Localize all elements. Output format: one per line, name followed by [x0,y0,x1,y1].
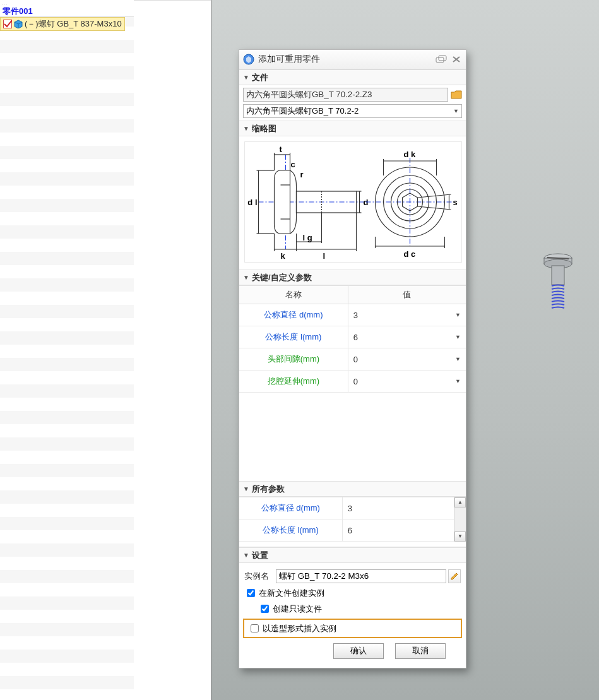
tree-part-icon [14,20,23,28]
highlighted-option: 以造型形式插入实例 [243,619,462,638]
chevron-down-icon[interactable]: ▼ [455,356,461,362]
edit-icon[interactable] [448,569,461,583]
table-row[interactable]: 公称直径 d(mm) 3▼ [239,304,466,326]
section-label: 缩略图 [252,123,276,134]
svg-line-60 [418,206,451,210]
tree-red-checkbox-icon[interactable] [3,20,12,28]
reset-icon[interactable] [436,55,447,64]
ok-button[interactable]: 确认 [333,643,384,659]
file-path-input[interactable] [243,88,448,102]
svg-text:l: l [323,251,326,261]
param-name: 公称长度 l(mm) [265,332,321,341]
svg-rect-12 [439,56,446,61]
thumbnail-area: t c r d l k l g l d d k [239,136,466,270]
svg-text:d k: d k [404,150,417,159]
instance-name-label: 实例名 [244,571,276,582]
param-value: 0 [353,377,358,386]
svg-rect-8 [552,266,564,285]
checkbox-create-in-new-file[interactable] [247,589,255,597]
scrollbar[interactable]: ▲ ▼ [454,497,466,542]
tree-item-label: (－)螺钉 GB_T 837-M3x10 [25,18,122,30]
checkbox-label: 以造型形式插入实例 [263,623,336,634]
instance-name-input[interactable] [276,569,446,583]
param-name: 头部间隙(mm) [268,354,319,364]
svg-text:c: c [291,160,295,169]
chevron-down-icon: ▼ [243,274,249,281]
dialog-title-text: 添加可重用零件 [258,54,432,65]
table-row[interactable]: 公称直径 d(mm) 3 [239,497,454,519]
chevron-down-icon: ▼ [243,74,249,81]
section-label: 所有参数 [252,483,285,495]
folder-icon[interactable] [451,90,462,100]
section-label: 文件 [252,72,268,83]
svg-text:r: r [300,170,304,179]
table-row[interactable]: 头部间隙(mm) 0▼ [239,348,466,371]
bolt-preview [542,249,574,316]
param-value: 3 [353,311,358,320]
section-header-key-params[interactable]: ▼ 关键/自定义参数 [239,270,466,285]
cancel-button[interactable]: 取消 [395,643,446,659]
svg-text:d c: d c [404,249,416,259]
tree-root-item[interactable]: 零件001 [0,5,134,17]
col-name[interactable]: 名称 [239,286,348,304]
col-value[interactable]: 值 [348,286,466,304]
chevron-down-icon[interactable]: ▼ [455,312,461,318]
all-params-table: 公称直径 d(mm) 3 公称长度 l(mm) 6 [239,497,454,542]
svg-text:s: s [453,198,458,207]
reusable-part-dialog: 添加可重用零件 ▼ 文件 内六角平圆头螺钉GB_T 70.2-2 ▼ [239,49,466,668]
param-value: 3 [348,504,352,513]
svg-text:t: t [280,145,283,154]
table-row[interactable]: 公称长度 l(mm) 6▼ [239,326,466,348]
param-name: 公称直径 d(mm) [261,503,320,513]
table-empty-area [239,542,466,547]
param-value: 0 [353,355,358,364]
dialog-titlebar[interactable]: 添加可重用零件 [239,50,466,69]
chevron-down-icon: ▼ [453,108,459,114]
chevron-down-icon: ▼ [243,485,249,492]
param-name: 公称长度 l(mm) [263,525,319,535]
param-value: 6 [348,526,352,535]
section-label: 设置 [252,550,268,561]
table-empty-area [239,393,466,481]
section-header-settings[interactable]: ▼ 设置 [239,547,466,563]
viewport-separator [211,0,211,700]
param-value: 6 [353,333,358,342]
checkbox-label: 创建只读文件 [273,603,322,615]
section-label: 关键/自定义参数 [252,272,312,283]
svg-text:l g: l g [303,233,312,242]
chevron-down-icon[interactable]: ▼ [455,378,461,384]
checkbox-insert-as-shape[interactable] [251,624,259,632]
file-combo-value: 内六角平圆头螺钉GB_T 70.2-2 [246,105,359,117]
param-name: 挖腔延伸(mm) [268,376,319,386]
svg-text:d l: d l [247,198,257,207]
param-name: 公称直径 d(mm) [264,310,323,319]
close-icon[interactable] [451,55,462,64]
chevron-down-icon: ▼ [243,552,249,559]
chevron-down-icon[interactable]: ▼ [455,334,461,340]
table-row[interactable]: 公称长度 l(mm) 6 [239,519,454,542]
file-combo[interactable]: 内六角平圆头螺钉GB_T 70.2-2 ▼ [243,104,462,118]
svg-line-59 [418,194,451,198]
checkbox-label: 在新文件创建实例 [259,588,324,599]
bolt-diagram: t c r d l k l g l d d k [244,141,462,263]
section-header-all-params[interactable]: ▼ 所有参数 [239,481,466,497]
feature-tree-panel: … 零件001 (－)螺钉 GB_T 837-M3x10 [0,0,134,700]
chevron-down-icon: ▼ [243,125,249,132]
gutter [134,0,211,700]
scroll-up-icon[interactable]: ▲ [454,497,466,507]
checkbox-create-readonly[interactable] [261,605,269,613]
section-header-file[interactable]: ▼ 文件 [239,69,466,85]
scroll-down-icon[interactable]: ▼ [454,531,466,542]
svg-text:k: k [281,251,286,261]
dialog-icon [243,54,254,65]
svg-rect-11 [436,57,444,62]
table-row[interactable]: 挖腔延伸(mm) 0▼ [239,371,466,393]
section-header-thumbnail[interactable]: ▼ 缩略图 [239,121,466,136]
key-params-table: 名称 值 公称直径 d(mm) 3▼ 公称长度 l(mm) 6▼ 头部间隙(mm… [239,285,466,393]
tree-item-bolt[interactable]: (－)螺钉 GB_T 837-M3x10 [0,17,125,31]
